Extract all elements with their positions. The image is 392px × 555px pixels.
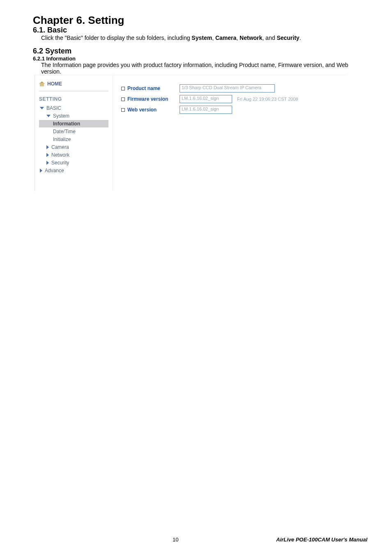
chevron-right-icon [46, 145, 49, 149]
bold-network: Network [240, 35, 262, 41]
section-6-2-1-body: The Information page provides you with p… [33, 62, 367, 75]
nav-date-time-label: Date/Time [53, 129, 76, 134]
label-firmware-version-text: Firmware version [127, 96, 168, 102]
label-web-version: Web version [121, 107, 177, 113]
bold-system: System [191, 35, 212, 41]
settings-ui-screenshot: HOME SETTING BASIC System Information Da… [35, 75, 347, 191]
label-firmware-version: Firmware version [121, 96, 177, 102]
page-footer: 10 AirLive POE-100CAM User's Manual [33, 536, 367, 543]
nav-basic[interactable]: BASIC [39, 104, 108, 112]
bold-camera: Camera [215, 35, 236, 41]
row-product-name: Product name 1/3 Sharp CCD Dual Stream I… [121, 84, 343, 92]
nav-security-label: Security [51, 160, 69, 166]
nav-setting-heading: SETTING [39, 96, 108, 102]
label-product-name-text: Product name [127, 86, 160, 91]
home-icon [39, 81, 45, 86]
manual-title: AirLive POE-100CAM User's Manual [276, 536, 367, 543]
square-bullet-icon [121, 87, 125, 90]
bold-security: Security [277, 35, 299, 41]
chevron-right-icon [40, 169, 42, 173]
nav-network-label: Network [51, 152, 69, 158]
section-6-2-1-heading: 6.2.1 Information [33, 56, 367, 62]
nav-system-label: System [53, 113, 69, 119]
nav-camera-label: Camera [51, 144, 69, 150]
square-bullet-icon [121, 97, 125, 101]
nav-advance-label: Advance [45, 168, 64, 173]
text: . [300, 35, 301, 41]
row-web-version: Web version LM.1.6.16.02_sign [121, 106, 343, 114]
nav-information-label: Information [53, 121, 80, 127]
chapter-title: Chapter 6. Setting [33, 14, 367, 27]
settings-content: Product name 1/3 Sharp CCD Dual Stream I… [113, 75, 347, 191]
text: Click the "Basic" folder to display the … [41, 35, 191, 41]
nav-advance[interactable]: Advance [39, 167, 108, 174]
chevron-down-icon [46, 115, 51, 117]
label-web-version-text: Web version [127, 107, 157, 113]
nav-basic-label: BASIC [46, 105, 61, 111]
section-6-1-body: Click the "Basic" folder to display the … [33, 35, 367, 41]
text: , [212, 35, 215, 41]
home-label: HOME [47, 81, 62, 87]
section-6-2-heading: 6.2 System [33, 47, 367, 56]
chevron-right-icon [46, 153, 49, 157]
chevron-down-icon [40, 107, 44, 109]
label-product-name: Product name [121, 86, 177, 91]
text: , [236, 35, 240, 41]
nav-camera[interactable]: Camera [39, 143, 108, 151]
value-firmware-date: Fri Aug 22 19:06:23 CST 2008 [235, 97, 298, 102]
nav-security[interactable]: Security [39, 159, 108, 166]
nav-initialize[interactable]: Initialize [39, 136, 108, 143]
nav-initialize-label: Initialize [53, 136, 71, 142]
value-web-version: LM.1.6.16.02_sign [180, 106, 232, 114]
page-number: 10 [33, 536, 178, 543]
nav-date-time[interactable]: Date/Time [39, 128, 108, 135]
nav-network[interactable]: Network [39, 151, 108, 159]
section-6-1-heading: 6.1. Basic [33, 26, 367, 35]
chevron-right-icon [46, 161, 49, 165]
row-firmware-version: Firmware version LM.1.6.16.02_sign Fri A… [121, 95, 343, 103]
nav-system[interactable]: System [39, 112, 108, 120]
text: , and [262, 35, 277, 41]
value-product-name: 1/3 Sharp CCD Dual Stream IP Camera [180, 84, 275, 92]
home-link[interactable]: HOME [39, 81, 108, 91]
square-bullet-icon [121, 108, 125, 112]
settings-sidebar: HOME SETTING BASIC System Information Da… [35, 75, 113, 191]
value-firmware-version: LM.1.6.16.02_sign [180, 95, 232, 103]
nav-information[interactable]: Information [39, 120, 108, 127]
